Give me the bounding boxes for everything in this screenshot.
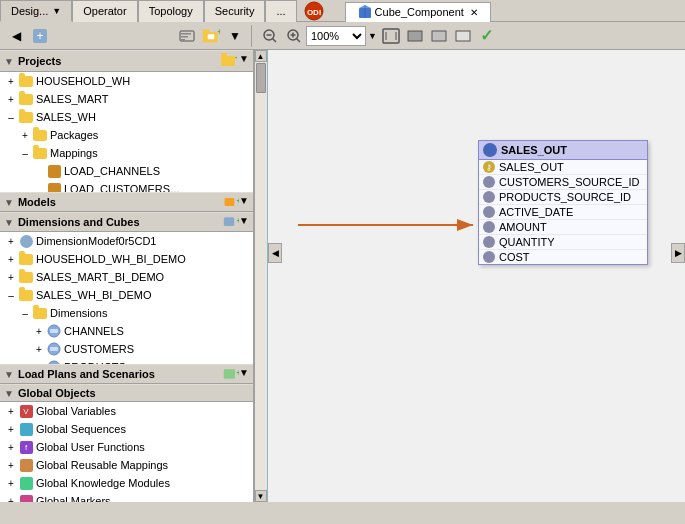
global-section-header[interactable]: ▼ Global Objects <box>0 384 253 402</box>
folder-icon-dimensions <box>32 305 48 321</box>
tree-item-load-customers[interactable]: LOAD_CUSTOMERS... <box>0 180 253 192</box>
tree-item-customers[interactable]: + CUSTOMERS <box>0 340 253 358</box>
toggle-global-funcs[interactable]: + <box>4 442 18 453</box>
toggle-global-km[interactable]: + <box>4 478 18 489</box>
load-collapse-arrow: ▼ <box>4 369 14 380</box>
reuse-icon <box>18 457 34 473</box>
tree-item-household[interactable]: + HOUSEHOLD_WH <box>0 72 253 90</box>
tree-item-global-markers[interactable]: + Global Markers <box>0 492 253 502</box>
label-household-bi: HOUSEHOLD_WH_BI_DEMO <box>36 253 186 265</box>
folder-icon-packages <box>32 127 48 143</box>
scroll-down-btn[interactable]: ▼ <box>255 490 267 502</box>
shape-btn3[interactable] <box>451 25 475 47</box>
svg-text:ODI: ODI <box>306 8 320 17</box>
toolbar-back-btn[interactable]: ◀ <box>4 25 28 47</box>
dim-cubes-section-header[interactable]: ▼ Dimensions and Cubes + ▼ <box>0 212 253 232</box>
label-global-km: Global Knowledge Modules <box>36 477 170 489</box>
load-add-icon: + <box>223 367 239 381</box>
tree-item-packages[interactable]: + Packages <box>0 126 253 144</box>
models-section-header[interactable]: ▼ Models + ▼ <box>0 192 253 212</box>
toolbar-dropdown-btn[interactable]: ▼ <box>223 25 247 47</box>
cube-row-3[interactable]: ACTIVE_DATE <box>479 205 647 220</box>
tree-item-global-seqs[interactable]: + Global Sequences <box>0 420 253 438</box>
projects-section-header[interactable]: ▼ Projects + ▼ <box>0 50 253 72</box>
menu-tab-operator[interactable]: Operator <box>72 0 137 22</box>
toggle-mappings[interactable]: – <box>18 148 32 159</box>
zoom-in-btn[interactable] <box>282 25 306 47</box>
toggle-global-markers[interactable]: + <box>4 496 18 503</box>
mapping-icon-load-channels <box>46 163 62 179</box>
tree-item-saleswh[interactable]: – SALES_WH <box>0 108 253 126</box>
toggle-global-vars[interactable]: + <box>4 406 18 417</box>
toggle-global-reuse[interactable]: + <box>4 460 18 471</box>
cube-component-box: SALES_OUT ⚷ SALES_OUT CUSTOMERS_SOURCE_I… <box>478 140 648 265</box>
canvas-scroll-left-btn[interactable]: ◀ <box>268 243 282 263</box>
cube-row-6[interactable]: COST <box>479 250 647 264</box>
fit-btn[interactable] <box>379 25 403 47</box>
tree-item-global-reuse[interactable]: + Global Reusable Mappings <box>0 456 253 474</box>
menu-tab-topology[interactable]: Topology <box>138 0 204 22</box>
tree-item-household-bi[interactable]: + HOUSEHOLD_WH_BI_DEMO <box>0 250 253 268</box>
toggle-dimensions-folder[interactable]: – <box>18 308 32 319</box>
dim-icon-customers <box>46 341 62 357</box>
cube-row-0[interactable]: ⚷ SALES_OUT <box>479 160 647 175</box>
svg-rect-36 <box>50 329 58 333</box>
dim-cubes-tree: + DimensionModef0r5CD1 + HOUSEHOLD_WH_BI… <box>0 232 253 364</box>
editor-tab-cube[interactable]: Cube_Component ✕ <box>345 2 491 22</box>
tree-item-global-funcs[interactable]: + f Global User Functions <box>0 438 253 456</box>
tree-item-salesmart-bi[interactable]: + SALES_MART_BI_DEMO <box>0 268 253 286</box>
toggle-customers[interactable]: + <box>32 344 46 355</box>
label-packages: Packages <box>50 129 98 141</box>
toggle-saleswh-bi[interactable]: – <box>4 290 18 301</box>
toolbar-save-btn[interactable]: + <box>199 25 223 47</box>
models-add-icon: + <box>223 195 239 209</box>
cube-row-1[interactable]: CUSTOMERS_SOURCE_ID <box>479 175 647 190</box>
left-panel: ▼ Projects + ▼ + <box>0 50 254 502</box>
tree-item-global-vars[interactable]: + V Global Variables <box>0 402 253 420</box>
toggle-channels[interactable]: + <box>32 326 46 337</box>
tree-item-salesmart[interactable]: + SALES_MART <box>0 90 253 108</box>
toggle-salesmart[interactable]: + <box>4 94 18 105</box>
toggle-saleswh[interactable]: – <box>4 112 18 123</box>
menu-tab-design[interactable]: Desig... ▼ <box>0 0 72 22</box>
scroll-thumb[interactable] <box>256 63 266 93</box>
cube-row-label-3: ACTIVE_DATE <box>499 206 573 218</box>
folder-icon-mappings <box>32 145 48 161</box>
tree-item-dimmodel[interactable]: + DimensionModef0r5CD1 <box>0 232 253 250</box>
odi-logo-icon: ODI <box>303 0 325 22</box>
cube-row-4[interactable]: AMOUNT <box>479 220 647 235</box>
toggle-salesmart-bi[interactable]: + <box>4 272 18 283</box>
toggle-household-bi[interactable]: + <box>4 254 18 265</box>
validate-btn[interactable]: ✓ <box>475 25 499 47</box>
cube-row-5[interactable]: QUANTITY <box>479 235 647 250</box>
canvas-scroll-right-btn[interactable]: ▶ <box>671 243 685 263</box>
projects-dropdown-arrow: ▼ <box>239 53 249 69</box>
toggle-dimmodel[interactable]: + <box>4 236 18 247</box>
tree-item-channels[interactable]: + CHANNELS <box>0 322 253 340</box>
editor-tab-close[interactable]: ✕ <box>470 7 478 18</box>
load-section-header[interactable]: ▼ Load Plans and Scenarios + ▼ <box>0 364 253 384</box>
svg-rect-28 <box>221 56 235 66</box>
toggle-packages[interactable]: + <box>18 130 32 141</box>
toggle-household[interactable]: + <box>4 76 18 87</box>
tree-item-dimensions-folder[interactable]: – Dimensions <box>0 304 253 322</box>
toggle-global-seqs[interactable]: + <box>4 424 18 435</box>
scroll-up-btn[interactable]: ▲ <box>255 50 267 62</box>
zoom-out-btn[interactable] <box>258 25 282 47</box>
cube-row-2[interactable]: PRODUCTS_SOURCE_ID <box>479 190 647 205</box>
menu-tab-security[interactable]: Security <box>204 0 266 22</box>
toolbar-filter-btn[interactable] <box>175 25 199 47</box>
tree-item-load-channels[interactable]: LOAD_CHANNELS <box>0 162 253 180</box>
left-scrollbar[interactable]: ▲ ▼ <box>254 50 266 502</box>
menu-tab-more[interactable]: ... <box>265 0 296 22</box>
tree-item-mappings[interactable]: – Mappings <box>0 144 253 162</box>
toolbar-add-btn[interactable]: + <box>28 25 52 47</box>
shape-btn2[interactable] <box>427 25 451 47</box>
svg-rect-12 <box>203 29 210 32</box>
shape-rect-btn[interactable] <box>403 25 427 47</box>
tree-item-global-km[interactable]: + Global Knowledge Modules <box>0 474 253 492</box>
zoom-select[interactable]: 100% 50% 75% 125% 150% <box>306 26 366 46</box>
tree-item-saleswh-bi[interactable]: – SALES_WH_BI_DEMO <box>0 286 253 304</box>
label-dimmodel: DimensionModef0r5CD1 <box>36 235 156 247</box>
filter-icon <box>179 28 195 44</box>
